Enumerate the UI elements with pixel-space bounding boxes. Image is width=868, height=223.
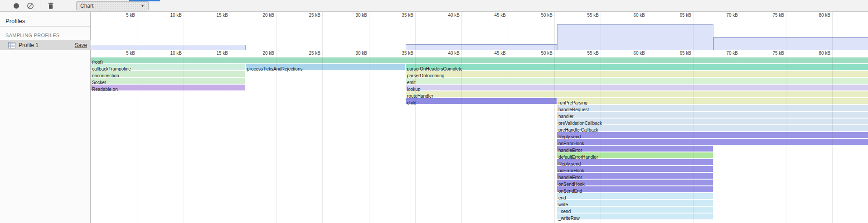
flame-frame-handleerror[interactable]: handleError: [557, 146, 713, 152]
axis-tick-label: 60 kB: [618, 13, 645, 18]
axis-tick-label: 15 kB: [201, 51, 228, 56]
delete-profile-button[interactable]: [47, 2, 55, 10]
axis-tick-label: 15 kB: [201, 13, 228, 18]
axis-tick-label: 65 kB: [664, 13, 691, 18]
overview-timeline[interactable]: [91, 19, 868, 50]
flame-frame--root-[interactable]: (root): [91, 57, 868, 63]
axis-tick-label: 40 kB: [432, 51, 460, 56]
axis-tick-label: 65 kB: [664, 51, 691, 56]
frame-label: processTicksAndRejections: [246, 66, 302, 71]
axis-tick-label: 60 kB: [618, 51, 645, 56]
axis-tick-label: 80 kB: [803, 51, 830, 56]
flame-frame-routehandler[interactable]: routeHandler: [406, 91, 868, 97]
flame-frame-reply-send[interactable]: Reply.send: [557, 132, 868, 138]
axis-tick-label: 30 kB: [340, 13, 367, 18]
flame-frame-prehandlercallback[interactable]: preHandlerCallback: [557, 125, 868, 131]
flame-frame-write-[interactable]: write_: [557, 200, 713, 206]
axis-tick-label: 20 kB: [247, 51, 274, 56]
view-mode-select[interactable]: Chart ▼: [76, 1, 149, 10]
axis-tick-label: 5 kB: [108, 13, 135, 18]
record-icon: [13, 3, 19, 9]
flame-frame-onsendend[interactable]: onSendEnd: [557, 186, 713, 192]
axis-tick-label: 25 kB: [293, 13, 320, 18]
axis-tick-label: 45 kB: [479, 51, 506, 56]
flame-frame-processticksandrejections[interactable]: processTicksAndRejections: [246, 64, 406, 70]
flame-frame--send[interactable]: _send: [557, 207, 713, 213]
overview-step: [406, 44, 557, 50]
axis-tick-label: 80 kB: [803, 13, 830, 18]
frame-label: Readable.on: [91, 87, 118, 92]
axis-tick-label: 10 kB: [155, 13, 182, 18]
flame-chart: (root)callbackTrampolineprocessTicksAndR…: [91, 57, 868, 223]
frame-label: _writeRaw: [557, 216, 580, 221]
flame-chart-ruler[interactable]: 5 kB10 kB15 kB20 kB25 kB30 kB35 kB40 kB4…: [91, 50, 868, 57]
overview-step: [557, 24, 713, 50]
flame-frame-prevalidationcallback[interactable]: preValidationCallback: [557, 119, 868, 124]
sidebar-divider: [0, 26, 90, 27]
flame-frame-emit[interactable]: emit: [406, 78, 868, 84]
flame-frame-onsendhook[interactable]: onSendHook: [557, 180, 713, 185]
circle-slash-icon: [27, 2, 34, 9]
profiler-panel: Chart ▼ Profiles SAMPLING PROFILES Profi…: [0, 0, 868, 223]
panel-accent-bar: [129, 0, 160, 1]
flame-frame-parseronheaderscomplete[interactable]: parserOnHeadersComplete: [406, 64, 868, 70]
frame-label: child: [406, 100, 417, 105]
axis-tick-label: 35 kB: [386, 13, 413, 18]
profile-list-item[interactable]: Profile 1 Save: [0, 40, 91, 50]
flame-frame-onerrorhook[interactable]: onErrorHook: [557, 139, 868, 145]
flame-frame-onconnection[interactable]: onconnection: [91, 71, 246, 77]
axis-tick-label: 25 kB: [293, 51, 320, 56]
axis-tick-label: 70 kB: [711, 13, 738, 18]
flame-frame-lookup[interactable]: lookup: [406, 85, 868, 90]
axis-tick-label: 50 kB: [525, 13, 553, 18]
profile-icon: [8, 42, 15, 48]
flame-frame-onerrorhook[interactable]: onErrorHook: [557, 166, 713, 172]
clear-button[interactable]: [26, 2, 34, 10]
axis-tick-label: 75 kB: [757, 51, 784, 56]
axis-tick-label: 55 kB: [572, 51, 599, 56]
chart-pane: 5 kB10 kB15 kB20 kB25 kB30 kB35 kB40 kB4…: [91, 12, 868, 223]
axis-tick-label: 20 kB: [247, 13, 274, 18]
flame-frame-reply-send[interactable]: Reply.send: [557, 159, 713, 165]
axis-tick-label: 55 kB: [572, 13, 599, 18]
axis-tick-label: 10 kB: [155, 51, 182, 56]
trash-icon: [48, 2, 54, 9]
flame-frame-runpreparsing[interactable]: runPreParsing: [557, 98, 868, 104]
sampling-profiles-header: SAMPLING PROFILES: [5, 33, 59, 38]
overview-ruler[interactable]: 5 kB10 kB15 kB20 kB25 kB30 kB35 kB40 kB4…: [91, 12, 868, 19]
axis-tick-label: 75 kB: [757, 13, 784, 18]
flame-frame-end[interactable]: end: [557, 193, 713, 199]
overview-step: [91, 45, 246, 50]
flame-frame-parseronincoming[interactable]: parserOnIncoming: [406, 71, 868, 77]
flame-frame-handlerequest[interactable]: handleRequest: [557, 105, 868, 111]
flame-frame-child[interactable]: child: [406, 98, 557, 104]
profile-name: Profile 1: [19, 42, 75, 48]
axis-tick-label: 30 kB: [340, 51, 367, 56]
overview-step: [713, 37, 868, 50]
toolbar-separator: [40, 2, 40, 9]
axis-tick-label: 50 kB: [525, 51, 553, 56]
view-mode-value: Chart: [80, 3, 141, 9]
flame-frame-callbacktrampoline[interactable]: callbackTrampoline: [91, 64, 246, 70]
flame-frame-socket[interactable]: Socket: [91, 78, 246, 84]
flame-frame-readable-on[interactable]: Readable.on: [91, 85, 246, 90]
chevron-down-icon: ▼: [141, 4, 145, 8]
axis-tick-label: 5 kB: [108, 51, 135, 56]
save-profile-link[interactable]: Save: [75, 42, 87, 48]
axis-tick-label: 40 kB: [432, 13, 460, 18]
flame-frame--writeraw[interactable]: _writeRaw: [557, 214, 713, 219]
axis-tick-label: 35 kB: [386, 51, 413, 56]
record-button[interactable]: [12, 2, 20, 10]
sidebar-title: Profiles: [5, 18, 25, 24]
flame-frame-defaulterrorhandler[interactable]: defaultErrorHandler: [557, 152, 713, 158]
axis-tick-label: 70 kB: [711, 51, 738, 56]
flame-frame-handler[interactable]: handler: [557, 112, 868, 118]
axis-tick-label: 45 kB: [479, 13, 506, 18]
profiles-sidebar: Profiles SAMPLING PROFILES Profile 1 Sav…: [0, 12, 91, 223]
toolbar: Chart ▼: [0, 0, 868, 12]
flame-frame-handleerror[interactable]: handleError: [557, 173, 713, 179]
